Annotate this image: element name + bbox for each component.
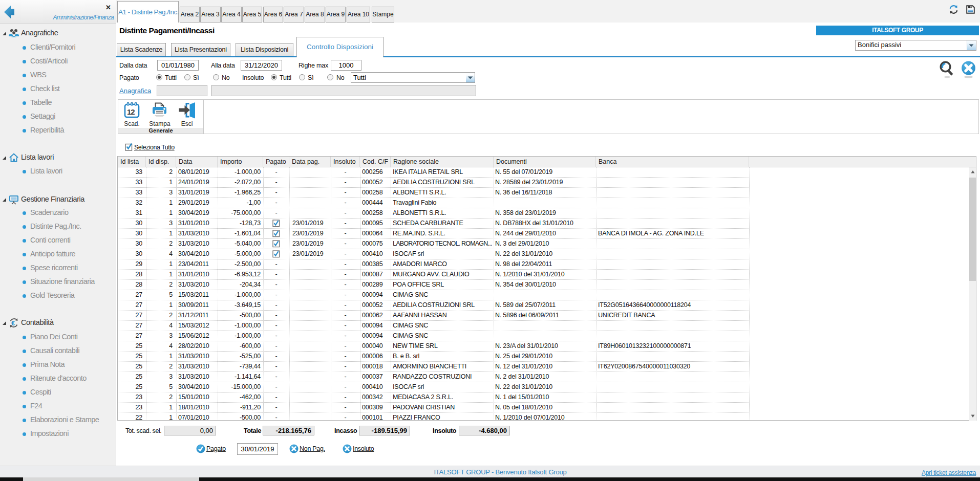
svg-text:€: €	[11, 320, 15, 327]
svg-text:12: 12	[127, 107, 135, 116]
